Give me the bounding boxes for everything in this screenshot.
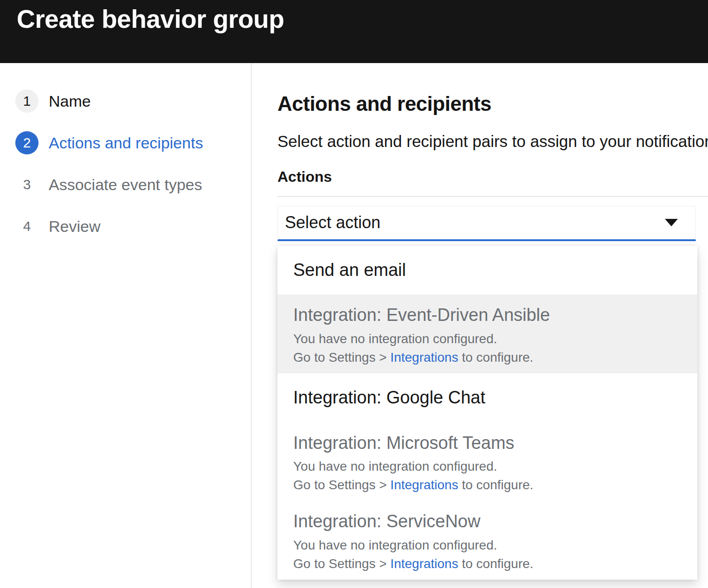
menu-item-description: Go to Settings > Integrations to configu… [293, 348, 682, 367]
wizard-nav: 1 Name 2 Actions and recipients 3 Associ… [0, 63, 251, 588]
wizard-step-name[interactable]: 1 Name [15, 89, 251, 113]
content-description: Select action and recipient pairs to ass… [277, 132, 708, 151]
menu-item-integration-microsoft-teams: Integration: Microsoft Teams You have no… [277, 422, 697, 501]
menu-item-label: Send an email [293, 260, 682, 281]
action-select-toggle[interactable]: Select action [277, 206, 696, 241]
menu-item-description: You have no integration configured. [293, 536, 682, 555]
menu-item-description: Go to Settings > Integrations to configu… [293, 555, 682, 573]
step-label: Name [49, 92, 91, 111]
menu-item-label: Integration: Microsoft Teams [293, 433, 682, 454]
integrations-link[interactable]: Integrations [390, 556, 458, 571]
content-heading: Actions and recipients [277, 93, 708, 115]
menu-item-label: Integration: Google Chat [293, 387, 682, 409]
desc-prefix: Go to Settings [293, 350, 379, 364]
select-placeholder: Select action [285, 213, 380, 232]
desc-prefix: Go to Settings [293, 556, 379, 571]
wizard-step-actions-and-recipients[interactable]: 2 Actions and recipients [15, 131, 251, 154]
field-divider [277, 196, 708, 197]
integrations-link[interactable]: Integrations [390, 350, 458, 364]
integrations-link[interactable]: Integrations [390, 478, 458, 492]
actions-field-label: Actions [277, 168, 708, 185]
menu-item-description: You have no integration configured. [293, 330, 682, 348]
menu-item-integration-servicenow: Integration: ServiceNow You have no inte… [277, 501, 697, 580]
menu-item-label: Integration: ServiceNow [293, 511, 682, 532]
chevron-right-separator: > [379, 350, 390, 364]
step-number-badge: 4 [15, 215, 39, 238]
menu-item-send-an-email[interactable]: Send an email [277, 246, 697, 295]
menu-item-description: You have no integration configured. [293, 457, 682, 476]
menu-item-description: Go to Settings > Integrations to configu… [293, 476, 682, 494]
step-number-badge: 2 [15, 131, 39, 154]
wizard-header: Create behavior group [0, 0, 708, 63]
page-title: Create behavior group [17, 5, 708, 34]
wizard-body: 1 Name 2 Actions and recipients 3 Associ… [0, 63, 708, 588]
desc-suffix: to configure. [458, 350, 534, 364]
step-number-badge: 1 [15, 89, 39, 113]
step-label: Review [49, 217, 100, 236]
action-select-menu: Send an email Integration: Event-Driven … [277, 246, 697, 580]
caret-down-icon [665, 219, 678, 226]
chevron-right-separator: > [379, 478, 390, 492]
step-content: Actions and recipients Select action and… [251, 63, 708, 588]
desc-suffix: to configure. [458, 556, 534, 571]
wizard-step-associate-event-types[interactable]: 3 Associate event types [15, 173, 251, 196]
desc-suffix: to configure. [458, 478, 534, 492]
menu-item-integration-google-chat[interactable]: Integration: Google Chat [277, 373, 697, 422]
chevron-right-separator: > [379, 556, 390, 571]
desc-prefix: Go to Settings [293, 478, 379, 492]
step-label: Actions and recipients [49, 134, 203, 153]
step-label: Associate event types [49, 175, 202, 194]
step-number-badge: 3 [15, 173, 39, 196]
wizard-step-review[interactable]: 4 Review [15, 215, 251, 238]
menu-item-label: Integration: Event-Driven Ansible [293, 305, 682, 326]
menu-item-integration-event-driven-ansible: Integration: Event-Driven Ansible You ha… [277, 294, 697, 373]
